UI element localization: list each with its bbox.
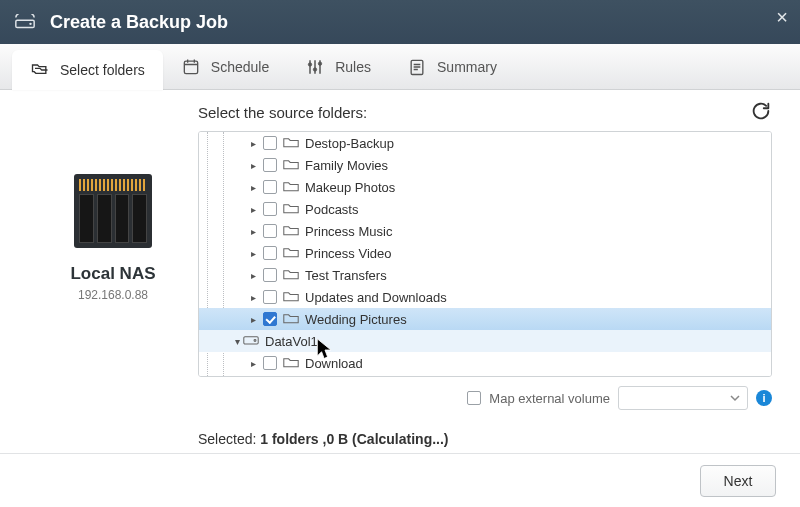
tree-item-label: Wedding Pictures [305, 312, 407, 327]
step-rules[interactable]: Rules [287, 44, 389, 89]
tree-item-label: Download [305, 356, 363, 371]
info-icon[interactable]: i [756, 390, 772, 406]
app-icon [14, 14, 36, 30]
map-volume-checkbox[interactable] [467, 391, 481, 405]
tree-item-label: DataVol1 [265, 334, 318, 349]
caret-right-icon[interactable]: ▸ [247, 204, 259, 215]
step-summary[interactable]: Summary [389, 44, 515, 89]
folder-icon [283, 202, 305, 217]
svg-point-5 [319, 62, 322, 65]
sliders-icon [305, 57, 325, 77]
tree-folder-row[interactable]: ▸Princess Music [199, 220, 771, 242]
caret-right-icon[interactable]: ▸ [247, 248, 259, 259]
tree-folder-row[interactable]: ▸Family Movies [199, 154, 771, 176]
tree-checkbox[interactable] [263, 180, 277, 194]
folder-tree-scroll[interactable]: ▸Destop-Backup▸Family Movies▸Makeup Phot… [199, 132, 771, 376]
tree-checkbox[interactable] [263, 312, 277, 326]
caret-right-icon[interactable]: ▸ [247, 292, 259, 303]
folder-icon [283, 268, 305, 283]
document-icon [407, 57, 427, 77]
window-title: Create a Backup Job [50, 12, 228, 33]
map-volume-bar: Map external volume i [198, 383, 772, 413]
caret-right-icon[interactable]: ▸ [247, 182, 259, 193]
folder-icon [283, 180, 305, 195]
source-panel: Select the source folders: ▸Destop-Backu… [198, 104, 772, 447]
tree-item-label: Updates and Downloads [305, 290, 447, 305]
caret-right-icon[interactable]: ▸ [247, 226, 259, 237]
tree-checkbox[interactable] [263, 202, 277, 216]
folder-icon [283, 246, 305, 261]
step-label: Rules [335, 59, 371, 75]
step-label: Select folders [60, 62, 145, 78]
next-button[interactable]: Next [700, 465, 776, 497]
tree-folder-row[interactable]: ▸Wedding Pictures [199, 308, 771, 330]
svg-point-4 [314, 67, 317, 70]
tree-item-label: Test Transfers [305, 268, 387, 283]
window-header: Create a Backup Job × [0, 0, 800, 44]
caret-right-icon[interactable]: ▸ [247, 138, 259, 149]
map-volume-label: Map external volume [489, 391, 610, 406]
caret-down-icon[interactable]: ▾ [231, 336, 243, 347]
tree-item-label: Princess Music [305, 224, 392, 239]
tree-item-label: Destop-Backup [305, 136, 394, 151]
folder-icon [283, 136, 305, 151]
step-select-folders[interactable]: Select folders [12, 50, 163, 89]
tree-volume-row[interactable]: ▾DataVol1 [199, 330, 771, 352]
wizard-footer: Next [0, 453, 800, 507]
tree-item-label: Princess Video [305, 246, 391, 261]
backup-job-window: Create a Backup Job × Select folders Sch… [0, 0, 800, 507]
wizard-step-bar: Select folders Schedule Rules Summary [0, 44, 800, 90]
tree-checkbox[interactable] [263, 246, 277, 260]
folder-icon [283, 224, 305, 239]
calendar-icon [181, 57, 201, 77]
caret-right-icon[interactable]: ▸ [247, 160, 259, 171]
svg-rect-2 [184, 61, 197, 73]
wizard-body: Local NAS 192.168.0.88 Select the source… [0, 90, 800, 447]
tree-folder-row[interactable]: ▸Updates and Downloads [199, 286, 771, 308]
tree-folder-row[interactable]: ▸Makeup Photos [199, 176, 771, 198]
device-panel: Local NAS 192.168.0.88 [28, 104, 198, 447]
overlap-folders-icon [30, 60, 50, 80]
svg-point-8 [254, 339, 256, 341]
refresh-button[interactable] [750, 100, 772, 122]
tree-checkbox[interactable] [263, 356, 277, 370]
folder-icon [283, 312, 305, 327]
tree-item-label: Podcasts [305, 202, 358, 217]
close-icon[interactable]: × [776, 6, 788, 29]
tree-folder-row[interactable]: ▸Destop-Backup [199, 132, 771, 154]
step-label: Schedule [211, 59, 269, 75]
device-name: Local NAS [28, 264, 198, 284]
map-volume-select[interactable] [618, 386, 748, 410]
chevron-down-icon [729, 392, 741, 404]
tree-item-label: Family Movies [305, 158, 388, 173]
caret-right-icon[interactable]: ▸ [247, 270, 259, 281]
tree-item-label: Makeup Photos [305, 180, 395, 195]
panel-prompt: Select the source folders: [198, 104, 772, 121]
selection-status: Selected: 1 folders ,0 B (Calculating...… [198, 431, 772, 447]
tree-checkbox[interactable] [263, 268, 277, 282]
tree-folder-row[interactable]: ▸Princess Video [199, 242, 771, 264]
folder-icon [283, 356, 305, 371]
tree-checkbox[interactable] [263, 224, 277, 238]
caret-right-icon[interactable]: ▸ [247, 314, 259, 325]
svg-point-1 [29, 23, 31, 25]
tree-folder-row[interactable]: ▸Test Transfers [199, 264, 771, 286]
folder-icon [283, 290, 305, 305]
tree-folder-row[interactable]: ▸Download [199, 352, 771, 374]
tree-checkbox[interactable] [263, 136, 277, 150]
nas-device-icon [74, 174, 152, 248]
step-label: Summary [437, 59, 497, 75]
device-ip: 192.168.0.88 [28, 288, 198, 302]
tree-checkbox[interactable] [263, 290, 277, 304]
tree-folder-row[interactable]: ▸Podcasts [199, 198, 771, 220]
folder-tree: ▸Destop-Backup▸Family Movies▸Makeup Phot… [198, 131, 772, 377]
svg-point-3 [309, 62, 312, 65]
caret-right-icon[interactable]: ▸ [247, 358, 259, 369]
drive-icon [243, 334, 265, 349]
step-schedule[interactable]: Schedule [163, 44, 287, 89]
tree-checkbox[interactable] [263, 158, 277, 172]
refresh-icon [750, 100, 772, 122]
folder-icon [283, 158, 305, 173]
